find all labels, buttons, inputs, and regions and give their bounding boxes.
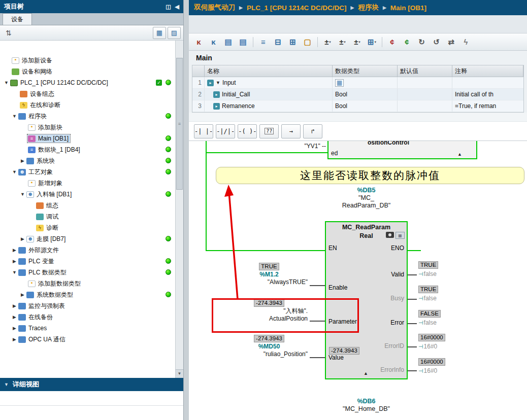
chevron-down-icon[interactable]: ▼ [11,169,18,174]
monitoring-on-icon[interactable]: ¢ [385,36,399,49]
pin-errorid[interactable]: ErrorID [384,342,404,349]
tree-item-add-new-data-type[interactable]: *添加新数据类型 [0,278,175,289]
operand-enable[interactable]: TRUE%M1.2"AlwaysTRUE" [229,263,309,286]
tree-item-plc-tags[interactable]: ▶PLC 变量 [0,256,175,267]
insert-row-before-icon[interactable]: ▤ [221,36,235,49]
pin-eno[interactable]: ENO [391,244,404,252]
collapse-panel-icon[interactable]: ◀ [175,4,179,10]
network-comments-toggle-icon[interactable]: ▢ [301,36,314,49]
pin-errorinfo[interactable]: ErrorInfo [380,366,404,373]
breadcrumb-item[interactable]: 双伺服气动刀 [194,3,235,12]
datatype-cell[interactable]: Bool [333,89,398,100]
name-cell[interactable]: ▸▼Input [205,77,333,88]
collapse-triangle-icon[interactable]: ▲ [364,371,368,376]
ladder-canvas[interactable]: ed ositionControl "YV1" -- ▲ 这里能否读取整数的脉冲… [189,141,527,420]
monitoring-off-icon[interactable]: ¢ [400,36,414,49]
update-calls-icon[interactable]: ↻ [415,36,429,49]
pin-value[interactable]: Value [328,354,344,361]
scroll-down-icon[interactable]: ▼ [176,369,183,378]
default-value-cell[interactable] [398,100,452,112]
tree-item-main-ob1[interactable]: ≡Main [OB1] [0,133,175,144]
pin-error[interactable]: Error [390,319,404,326]
chevron-right-icon[interactable]: ▶ [19,236,26,241]
chevron-right-icon[interactable]: ▶ [11,314,18,320]
no-contact-button[interactable]: -| |- [194,124,213,138]
chevron-right-icon[interactable]: ▶ [11,303,18,308]
snapshot-values-icon[interactable]: ↺ [430,36,443,49]
nc-contact-button[interactable]: -|/|- [216,124,235,138]
output-operand[interactable]: ⊣16#0 [418,343,437,350]
table-row[interactable]: 2▸Initial_CallBoolInitial call of th [192,89,523,100]
pin-busy[interactable]: Busy [390,295,404,302]
pin-valid[interactable]: Valid [391,271,404,278]
tree-item-film-axis-db7[interactable]: ▶⊛走膜 [DB7] [0,233,175,244]
table-row[interactable]: 1▸▼Input▦ [192,77,523,89]
tree-item-system-blocks[interactable]: ▶系统块 [0,155,175,166]
pin-en[interactable]: EN [328,244,337,252]
column-header-2[interactable]: 默认值 [398,65,452,77]
default-value-cell[interactable] [398,77,452,88]
comment-cell[interactable] [452,77,523,88]
tree-item-online-and-diagnostics[interactable]: ϟ在线和诊断 [0,99,175,111]
operand-value[interactable]: -274.3943%MD50"ruliao_Position" [229,335,309,358]
scrollbar-thumb[interactable]: ≡ [176,58,183,190]
display-format-1-icon[interactable]: ±▾ [321,36,335,49]
comment-cell[interactable]: =True, if reman [452,100,523,112]
tree-item-technology-objects[interactable]: ▼⊛工艺对象 [0,166,175,178]
tree-item-add-new-object[interactable]: *新增对象 [0,178,175,189]
breadcrumb-item[interactable]: Main [OB1] [390,4,426,12]
compare-values-icon[interactable]: ⇄ [444,36,458,49]
tree-item-online-backups[interactable]: ▶在线备份 [0,311,175,323]
chevron-down-icon[interactable]: ▼ [3,80,10,85]
overview-icon[interactable]: ▦ [153,27,166,39]
next-db-instance-label[interactable]: %DB6 "MC_Home_DB" [325,398,408,413]
tree-item-watch-and-force-tables[interactable]: ▶监控与强制表 [0,300,175,311]
datatype-grid-icon[interactable]: ▦ [335,79,344,87]
column-header-1[interactable]: 数据类型 [333,65,398,77]
tree-item-devices-and-networks[interactable]: 设备和网络 [0,66,175,77]
tree-item-external-source-files[interactable]: ▶外部源文件 [0,244,175,256]
output-operand[interactable]: ⊣false [418,319,437,326]
chevron-right-icon[interactable]: ▶ [11,326,18,331]
output-operand[interactable]: ⊣false [418,295,437,302]
tree-item-infeed-axis-db1[interactable]: ▼⊛入料轴 [DB1] [0,189,175,200]
tree-item-device-configuration[interactable]: 设备组态 [0,88,175,99]
chevron-down-icon[interactable]: ▼ [216,80,220,85]
close-all-networks-icon[interactable]: ⊟ [271,36,285,49]
project-tree[interactable]: *添加新设备设备和网络▼PLC_1 [CPU 1214C DC/DC/DC]✓设… [0,41,175,378]
tree-item-add-new-device[interactable]: *添加新设备 [0,55,175,66]
float-window-icon[interactable]: ◫ [166,4,171,10]
output-operand[interactable]: ⊣false [418,270,437,277]
expand-all-networks-icon[interactable]: ⊞ [286,36,300,49]
close-branch-button[interactable]: ↱ [303,124,322,138]
display-format-3-icon[interactable]: ±▾ [350,36,364,49]
name-cell[interactable]: ▸Remanence [205,100,333,112]
snapshot-camera-icon[interactable] [386,232,394,238]
chevron-right-icon[interactable]: ▶ [19,292,26,297]
absolute-operands-icon[interactable]: κ [192,36,206,49]
datatype-cell[interactable]: ▦ [333,77,398,88]
split-editor-icon[interactable]: ⊞▾ [365,36,379,49]
prev-block-operand[interactable]: "YV1" -- [283,143,326,150]
chevron-down-icon[interactable]: ▼ [19,192,26,197]
empty-box-button[interactable]: ?? [259,124,279,138]
layout-options-icon[interactable]: ▨ [168,27,181,39]
tree-item-plc-data-types[interactable]: ▼PLC 数据类型 [0,267,175,278]
sort-icon[interactable]: ⇅ [3,27,15,39]
display-format-2-icon[interactable]: ±▾ [336,36,349,49]
tree-item-commissioning[interactable]: 调试 [0,211,175,222]
start-values-icon[interactable]: ϟ [459,36,473,49]
breadcrumb-item[interactable]: PLC_1 [CPU 1214C DC/DC/DC] [247,4,347,12]
details-view-header[interactable]: ▼ 详细视图 [0,378,183,391]
panel-splitter[interactable] [184,0,189,420]
tree-item-program-blocks[interactable]: ▼程序块 [0,111,175,122]
chevron-right-icon[interactable]: ▶ [11,259,18,264]
output-operand[interactable]: ⊣16#0 [418,367,437,374]
chevron-right-icon[interactable]: ▶ [19,158,26,163]
column-header-0[interactable]: 名称 [205,65,333,77]
tree-item-opc-ua-communication[interactable]: ▶OPC UA 通信 [0,334,175,345]
db-instance-label[interactable]: %DB5 "MC_ ReadParam_DB" [325,187,408,209]
chevron-right-icon[interactable]: ▶ [11,248,18,253]
open-branch-button[interactable]: → [281,124,301,138]
default-value-cell[interactable] [398,89,452,100]
